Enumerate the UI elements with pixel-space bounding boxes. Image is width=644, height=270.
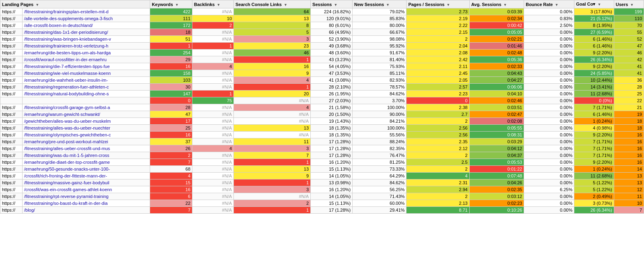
url-base: https:// [0, 36, 23, 43]
bounce-rate-cell: 0.00% [524, 91, 574, 97]
url-path[interactable]: /ernaehrung/die-diaet-der-top-crossfit-g… [23, 159, 150, 166]
col-header-goal-conv[interactable]: Goal Co▾ ▼ [574, 0, 614, 8]
url-path[interactable]: /alle-vorteile-des-supplements-omega-3-f… [23, 15, 150, 22]
keywords-cell: 1 [150, 43, 192, 49]
url-base: https:// [0, 49, 23, 56]
keywords-cell: 422 [150, 8, 192, 15]
filter-icon-users[interactable]: ▼ [630, 3, 634, 7]
col-header-sessions[interactable]: Sessions ▼ [311, 0, 353, 8]
url-path[interactable]: /fitnesstraining/alles-ueber-crossfit-un… [23, 145, 150, 152]
url-path[interactable]: /fitnesstraining/die-7-effizientesten-ti… [23, 63, 150, 70]
backlinks-cell: #N/A [192, 118, 234, 125]
goal-conv-cell: 21 (5.12%) [574, 15, 614, 22]
search-console-cell: 3 [234, 186, 311, 193]
search-console-cell: 3 [234, 36, 311, 43]
keywords-cell: 16 [150, 186, 192, 193]
search-console-cell: 3 [234, 145, 311, 152]
url-path[interactable]: /fitnesstraining/rpt-reverse-pyramid-tra… [23, 193, 150, 200]
users-cell: 16 [614, 152, 644, 159]
search-console-cell: 4 [234, 77, 311, 84]
col-header-new-sessions[interactable]: New Sessions ▼ [353, 0, 407, 8]
url-path[interactable]: /crossfit/was-ein-crossfit-games-athlet-… [23, 186, 150, 193]
col-header-keywords[interactable]: Keywords ▼ [150, 0, 192, 8]
pages-per-session-cell: 4 [407, 173, 469, 179]
filter-icon-bounce-rate[interactable]: ▼ [555, 3, 559, 7]
url-path[interactable]: /fitnesstraining/das-1x1-der-periodisier… [23, 29, 150, 36]
url-path[interactable]: /ernaehrung/50-gesunde-snacks-unter-100- [23, 166, 150, 173]
search-console-cell: #N/A [234, 111, 311, 118]
url-path[interactable]: /fitnesstraining/alles-was-du-ueber-nuec… [23, 125, 150, 132]
col-header-avg-sessions[interactable]: Avg. Sessions ▼ [469, 0, 524, 8]
sessions-cell: 17 (1.28%) [311, 138, 353, 145]
url-base: https:// [0, 70, 23, 77]
backlinks-cell: #N/A [192, 77, 234, 84]
table-row: https:///fitnesstraining/das-1x1-der-per… [0, 29, 644, 36]
url-path[interactable] [23, 97, 150, 104]
table-row: https:///blog/7#N/A117 (1.28%)29.41%8.71… [0, 207, 644, 214]
url-path[interactable]: /fitnesstraining/massive-gainz-fuer-body… [23, 179, 150, 186]
url-path[interactable]: /fitnesstraining/trainingsplan-erstellen… [23, 8, 150, 15]
filter-icon-sessions[interactable]: ▼ [334, 3, 337, 7]
keywords-cell: 18 [150, 29, 192, 36]
sessions-cell: 49 (3.68%) [311, 43, 353, 49]
filter-icon-landing-pages[interactable]: ▼ [35, 3, 39, 7]
url-path[interactable]: /crossfit/rich-froning-der-fitteste-mann… [23, 173, 150, 179]
goal-conv-cell: 3 (17.80%) [574, 8, 614, 15]
users-cell: 46 [614, 49, 644, 56]
goal-conv-cell: 6 (1.46%) [574, 36, 614, 43]
col-header-bounce-rate[interactable]: Bounce Rate ▼ [524, 0, 574, 8]
url-path[interactable]: /fitnesstraining/was-du-mit-1-5-jahren-c… [23, 152, 150, 159]
filter-icon-search-console[interactable]: ▼ [284, 3, 287, 7]
sessions-cell: 17 (1.28%) [311, 145, 353, 152]
goal-conv-cell: 24 (5.85%) [574, 70, 614, 77]
url-path[interactable]: /gewichtheben/alles-was-du-ueber-muskelm [23, 118, 150, 125]
url-base: https:// [0, 84, 23, 91]
url-path[interactable]: /fitnesstraining/olympisches-gewichthebe… [23, 132, 150, 138]
col-header-landing-pages[interactable]: Landing Pages ▼ [0, 0, 150, 8]
sessions-cell: 13 (0.98%) [311, 179, 353, 186]
goal-conv-cell: 2 (0.49%) [574, 193, 614, 200]
url-path[interactable]: /fitnesstraining/crossfit-garage-gym-sel… [23, 104, 150, 111]
col-header-pages-per-session[interactable]: Pages / Sessions ▼ [407, 0, 469, 8]
filter-icon-backlinks[interactable]: ▼ [217, 3, 220, 7]
new-sessions-cell: 76.47% [353, 152, 407, 159]
table-row: https:///fitnesstraining/olympisches-gew… [0, 132, 644, 138]
new-sessions-cell: 90.00% [353, 111, 407, 118]
url-path[interactable]: /ernaehrung/die-wahrheit-ueber-insulin-i… [23, 77, 150, 84]
col-header-users[interactable]: Users ▼ [614, 0, 644, 8]
url-path[interactable]: /blog/ [23, 207, 150, 214]
sessions-cell: 14 (1.05%) [311, 193, 353, 200]
filter-icon-keywords[interactable]: ▼ [175, 3, 179, 7]
bounce-rate-cell: 0.00% [524, 111, 574, 118]
url-path[interactable]: /fitnesstraining/wie-viel-muskelmasse-ko… [23, 70, 150, 77]
pages-per-session-cell: 2.08 [407, 49, 469, 56]
pages-per-session-cell: 2.13 [407, 200, 469, 207]
url-path[interactable]: /fitnesstraining/regeneration-fuer-athle… [23, 84, 150, 91]
col-label-search-console: Search Console Links [235, 2, 282, 7]
url-path[interactable]: /ernaehrung/warum-gewicht-schwankt/ [23, 111, 150, 118]
url-path[interactable]: /fitnesstraining/so-baust-du-kraft-in-de… [23, 200, 150, 207]
backlinks-cell: #N/A [192, 49, 234, 56]
filter-icon-goal-conv[interactable]: ▼ [597, 2, 601, 6]
url-path[interactable]: /alle-crossfit-boxen-in-deutschland/ [23, 22, 150, 29]
search-console-cell: 16 [234, 63, 311, 70]
users-cell: 110 [614, 15, 644, 22]
url-path[interactable]: /crossfit/worauf-crossfitter-in-der-erna… [23, 56, 150, 63]
sessions-cell: 20 (1.50%) [311, 111, 353, 118]
new-sessions-cell: 60.00% [353, 200, 407, 207]
url-path[interactable]: /ernaehrung/die-besten-tipps-um-als-hard… [23, 49, 150, 56]
sessions-cell: 120 (9.01%) [311, 15, 353, 22]
filter-icon-pages-per-session[interactable]: ▼ [446, 3, 450, 7]
filter-icon-avg-sessions[interactable]: ▼ [504, 3, 507, 7]
url-path[interactable]: /fitnesstraining/natural-bodybuilding-oh… [23, 91, 150, 97]
url-base: https:// [0, 22, 23, 29]
avg-sessions-cell: 0:08:31 [469, 132, 524, 138]
url-path[interactable]: /fitnesstraining/was-bringen-kniebandage… [23, 36, 150, 43]
filter-icon-new-sessions[interactable]: ▼ [386, 3, 390, 7]
col-header-search-console[interactable]: Search Console Links ▼ [234, 0, 311, 8]
url-path[interactable]: /ernaehrung/pre-und-post-workout-mahlzei [23, 138, 150, 145]
bounce-rate-cell: 0.00% [524, 173, 574, 179]
avg-sessions-cell: 0:02:46 [469, 97, 524, 104]
url-path[interactable]: /fitnesstraining/trainieren-trotz-verlet… [23, 43, 150, 49]
col-header-backlinks[interactable]: Backlinks ▼ [192, 0, 234, 8]
